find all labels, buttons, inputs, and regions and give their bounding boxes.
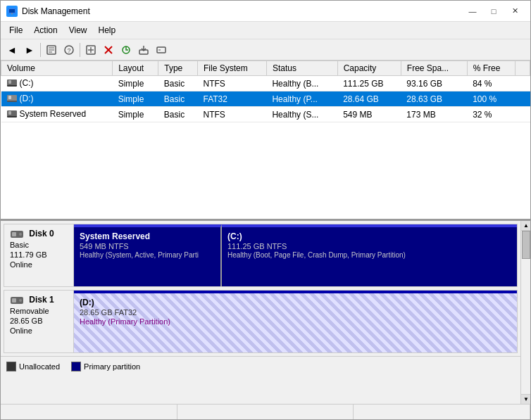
cell-type: Basic bbox=[158, 76, 198, 91]
svg-point-2 bbox=[11, 13, 13, 14]
partition-system-status: Healthy (System, Active, Primary Parti bbox=[80, 251, 215, 259]
disk1-partition-d[interactable]: (D:) 28.65 GB FAT32 Healthy (Primary Par… bbox=[74, 291, 517, 352]
disk1-status: Online bbox=[10, 326, 68, 335]
legend-primary-box bbox=[71, 362, 81, 371]
window-title: Disk Management bbox=[22, 6, 90, 16]
status-segment-3 bbox=[354, 405, 530, 419]
cell-extra bbox=[516, 107, 530, 122]
menu-bar: File Action View Help bbox=[1, 22, 530, 39]
volume-icon: (D:) bbox=[7, 94, 34, 103]
partition-system-name: System Reserved bbox=[80, 231, 215, 241]
separator-1 bbox=[40, 43, 41, 57]
delete-button[interactable] bbox=[100, 42, 117, 58]
legend-bar: Unallocated Primary partition bbox=[1, 356, 520, 376]
cell-capacity: 28.64 GB bbox=[337, 91, 401, 107]
cell-status: Healthy (P... bbox=[266, 91, 337, 107]
rescan-button[interactable] bbox=[118, 42, 135, 58]
main-window: Disk Management — □ ✕ File Action View H… bbox=[0, 0, 531, 420]
cell-type: Basic bbox=[158, 91, 198, 107]
cell-filesystem: FAT32 bbox=[197, 91, 266, 107]
cell-layout: Simple bbox=[113, 107, 158, 122]
drive-button[interactable] bbox=[153, 42, 170, 58]
cell-layout: Simple bbox=[113, 76, 158, 91]
menu-view[interactable]: View bbox=[63, 23, 93, 37]
disk0-label: Disk 0 Basic 111.79 GB Online bbox=[4, 224, 74, 287]
menu-help[interactable]: Help bbox=[93, 23, 122, 37]
legend-unallocated: Unallocated bbox=[6, 362, 60, 371]
disk1-row: Disk 1 Removable 28.65 GB Online (D:) 28… bbox=[4, 290, 518, 353]
disk0-partition-system[interactable]: System Reserved 549 MB NTFS Healthy (Sys… bbox=[74, 224, 222, 286]
back-button[interactable]: ◄ bbox=[4, 42, 20, 58]
scroll-down-button[interactable]: ▼ bbox=[521, 394, 530, 404]
col-volume: Volume bbox=[1, 61, 113, 76]
disk-map-area: Disk 0 Basic 111.79 GB Online System Res… bbox=[1, 221, 530, 404]
cell-volume: (D:) bbox=[1, 91, 113, 107]
legend-primary: Primary partition bbox=[71, 362, 140, 371]
svg-rect-19 bbox=[12, 232, 16, 236]
volume-icon: (C:) bbox=[7, 78, 34, 88]
svg-point-20 bbox=[19, 233, 22, 236]
col-layout: Layout bbox=[113, 61, 158, 76]
partition-c-size: 111.25 GB NTFS bbox=[227, 242, 511, 250]
disk0-type: Basic bbox=[10, 241, 68, 249]
import-button[interactable] bbox=[135, 42, 152, 58]
disk0-row: Disk 0 Basic 111.79 GB Online System Res… bbox=[4, 224, 518, 287]
menu-action[interactable]: Action bbox=[28, 23, 63, 37]
table-row[interactable]: (D:) Simple Basic FAT32 Healthy (P... 28… bbox=[1, 91, 530, 107]
volume-list-panel[interactable]: Volume Layout Type File System Status Ca… bbox=[1, 61, 530, 221]
disk0-partitions: System Reserved 549 MB NTFS Healthy (Sys… bbox=[74, 224, 518, 287]
window-controls: — □ ✕ bbox=[463, 4, 525, 18]
status-segment-1 bbox=[1, 405, 177, 419]
col-filesystem: File System bbox=[197, 61, 266, 76]
cell-type: Basic bbox=[158, 107, 198, 122]
cell-percentfree: 100 % bbox=[467, 91, 515, 107]
close-button[interactable]: ✕ bbox=[505, 4, 525, 18]
legend-unallocated-label: Unallocated bbox=[19, 362, 60, 371]
col-freespace: Free Spa... bbox=[401, 61, 467, 76]
menu-file[interactable]: File bbox=[4, 23, 28, 37]
col-type: Type bbox=[158, 61, 198, 76]
partition-d-status: Healthy (Primary Partition) bbox=[80, 317, 511, 326]
disk0-partition-c[interactable]: (C:) 111.25 GB NTFS Healthy (Boot, Page … bbox=[222, 224, 517, 286]
help-button[interactable]: ? bbox=[61, 42, 77, 58]
partition-c-name: (C:) bbox=[227, 231, 511, 241]
cell-extra bbox=[516, 91, 530, 107]
volume-table: Volume Layout Type File System Status Ca… bbox=[1, 61, 530, 122]
disk1-size: 28.65 GB bbox=[10, 317, 68, 325]
forward-button[interactable]: ► bbox=[21, 42, 38, 58]
cell-layout: Simple bbox=[113, 91, 158, 107]
scroll-up-button[interactable]: ▲ bbox=[521, 221, 530, 231]
legend-unallocated-box bbox=[6, 362, 16, 371]
col-percentfree: % Free bbox=[467, 61, 515, 76]
table-row[interactable]: (C:) Simple Basic NTFS Healthy (B... 111… bbox=[1, 76, 530, 91]
partition-d-size: 28.65 GB FAT32 bbox=[80, 308, 511, 317]
properties-button[interactable] bbox=[43, 42, 60, 58]
svg-text:?: ? bbox=[67, 47, 70, 54]
scroll-thumb[interactable] bbox=[522, 231, 530, 259]
main-content: Volume Layout Type File System Status Ca… bbox=[1, 61, 530, 404]
partition-c-status: Healthy (Boot, Page File, Crash Dump, Pr… bbox=[227, 251, 511, 259]
toolbar: ◄ ► ? bbox=[1, 39, 530, 61]
cell-volume: System Reserved bbox=[1, 107, 113, 122]
maximize-button[interactable]: □ bbox=[484, 4, 504, 18]
new-volume-button[interactable] bbox=[82, 42, 99, 58]
disk0-name: Disk 0 bbox=[10, 229, 68, 239]
scrollbar-right[interactable]: ▲ ▼ bbox=[520, 221, 530, 404]
app-icon bbox=[6, 6, 18, 17]
col-status: Status bbox=[266, 61, 337, 76]
disk1-name: Disk 1 bbox=[10, 295, 68, 305]
cell-extra bbox=[516, 76, 530, 91]
partition-system-size: 549 MB NTFS bbox=[80, 242, 215, 250]
cell-freespace: 28.63 GB bbox=[401, 91, 467, 107]
title-bar-left: Disk Management bbox=[6, 6, 90, 17]
minimize-button[interactable]: — bbox=[463, 4, 482, 18]
cell-capacity: 549 MB bbox=[337, 107, 401, 122]
disk0-size: 111.79 GB bbox=[10, 250, 68, 259]
table-row[interactable]: System Reserved Simple Basic NTFS Health… bbox=[1, 107, 530, 122]
title-bar: Disk Management — □ ✕ bbox=[1, 1, 530, 22]
cell-filesystem: NTFS bbox=[197, 107, 266, 122]
disk1-label: Disk 1 Removable 28.65 GB Online bbox=[4, 290, 74, 353]
disk1-partitions: (D:) 28.65 GB FAT32 Healthy (Primary Par… bbox=[74, 290, 518, 353]
status-segment-2 bbox=[177, 405, 354, 419]
cell-filesystem: NTFS bbox=[197, 76, 266, 91]
